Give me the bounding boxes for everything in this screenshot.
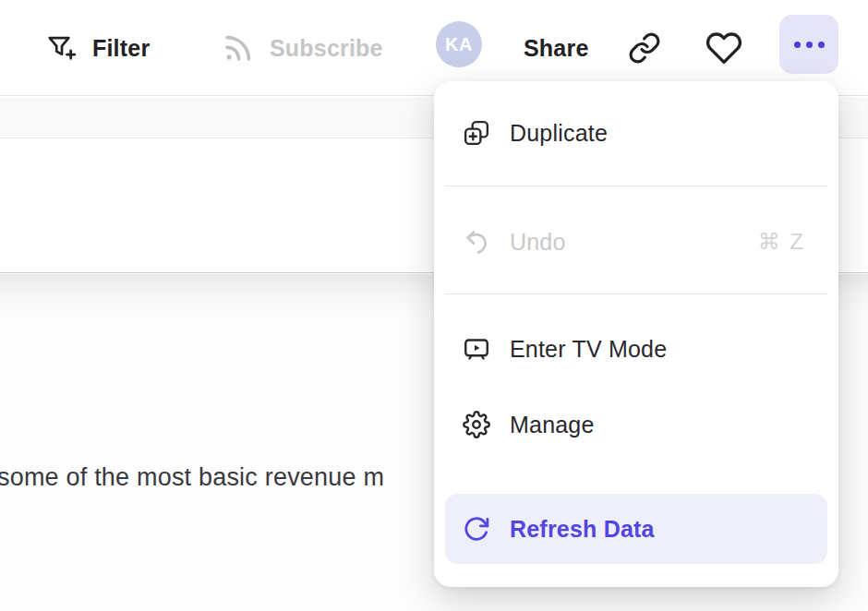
menu-item-label: Duplicate [510,120,608,147]
ellipsis-icon [794,42,801,48]
menu-item-label: Refresh Data [510,516,655,543]
subscribe-button[interactable]: Subscribe [222,0,383,96]
menu-item-undo: Undo ⌘ Z [445,212,827,271]
filter-label: Filter [92,35,150,62]
ellipsis-icon [818,42,825,48]
menu-divider [445,294,827,294]
heart-icon [705,30,742,66]
avatar[interactable]: KA [436,21,482,67]
menu-item-refresh-data[interactable]: Refresh Data [445,494,827,564]
dashboard-screen: some of the most basic revenue m Filter … [0,0,868,611]
share-label: Share [524,35,588,62]
menu-item-label: Enter TV Mode [510,336,667,363]
refresh-icon [462,514,491,544]
filter-button[interactable]: Filter [44,0,150,96]
rss-icon [222,31,255,65]
undo-icon [462,227,491,257]
menu-item-label: Undo [510,229,566,256]
link-icon [628,31,661,65]
menu-item-enter-tv-mode[interactable]: Enter TV Mode [445,319,827,378]
funnel-plus-icon [44,31,78,65]
more-options-menu: Duplicate Undo ⌘ Z Enter TV M [434,81,838,587]
shortcut-hint: ⌘ Z [758,229,805,255]
tv-icon [462,334,491,364]
avatar-initials: KA [445,34,473,55]
duplicate-icon [462,118,491,148]
paragraph-text-fragment: some of the most basic revenue m [0,463,384,492]
more-options-button[interactable] [779,15,838,74]
ellipsis-icon [806,42,813,48]
menu-item-manage[interactable]: Manage [445,395,827,454]
menu-item-duplicate[interactable]: Duplicate [445,103,827,162]
menu-divider [445,186,827,186]
menu-item-label: Manage [510,412,595,438]
gear-icon [462,410,491,439]
subscribe-label: Subscribe [270,35,383,62]
